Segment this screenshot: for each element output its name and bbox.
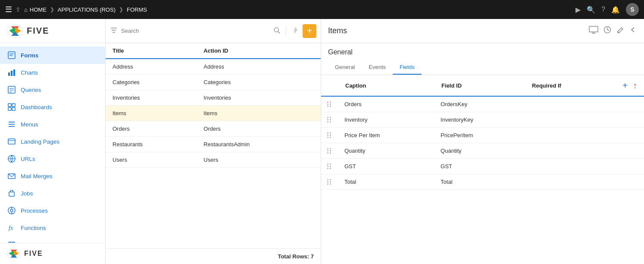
col-field-id: Field ID	[435, 75, 525, 96]
tab-fields[interactable]: Fields	[393, 60, 422, 75]
sidebar-item-libraries[interactable]: Libraries	[0, 236, 105, 243]
svg-line-38	[278, 31, 280, 33]
sidebar-label-jobs: Jobs	[21, 190, 33, 197]
play-icon[interactable]: ▶	[575, 6, 581, 14]
svg-rect-14	[12, 107, 15, 110]
table-row[interactable]: AddressAddress	[106, 59, 321, 75]
svg-line-44	[607, 30, 609, 31]
sidebar-nav: Forms Charts Queries Dashb	[0, 43, 105, 243]
search-magnifier-icon[interactable]	[273, 27, 281, 35]
up-icon[interactable]: ⇧	[16, 6, 21, 13]
breadcrumb-forms[interactable]: FORMS	[127, 6, 147, 13]
sidebar-item-mail-merges[interactable]: Mail Merges	[0, 167, 105, 185]
five-logo-icon	[7, 23, 23, 39]
svg-point-25	[10, 209, 13, 212]
table-row[interactable]: ItemsItems	[106, 106, 321, 121]
chevron-icon-1: ❯	[50, 6, 54, 13]
sidebar-item-forms[interactable]: Forms	[0, 47, 105, 64]
col-title: Title	[106, 43, 197, 59]
sidebar-item-urls[interactable]: URLs	[0, 150, 105, 167]
list-panel: + Title Action ID AddressAddressCategori…	[106, 19, 321, 264]
queries-icon	[7, 85, 16, 94]
home-label: HOME	[30, 6, 47, 13]
sidebar-item-charts[interactable]: Charts	[0, 64, 105, 81]
table-row[interactable]: UsersUsers	[106, 152, 321, 168]
back-icon[interactable]	[629, 26, 637, 36]
table-row[interactable]: Inventory InventoryKey	[321, 112, 644, 128]
table-row[interactable]: Orders OrdersKey	[321, 96, 644, 112]
sidebar-label-mail-merges: Mail Merges	[21, 173, 53, 179]
sidebar-item-functions[interactable]: fx Functions	[0, 219, 105, 236]
sidebar-label-queries: Queries	[21, 87, 41, 93]
arrow-icon: ↑	[633, 81, 637, 91]
detail-header-actions	[589, 26, 637, 36]
svg-text:fx: fx	[9, 225, 13, 231]
sidebar-label-forms: Forms	[21, 52, 38, 59]
help-icon[interactable]: ?	[601, 6, 605, 13]
col-caption: Caption	[338, 75, 435, 96]
sidebar-item-processes[interactable]: Processes	[0, 202, 105, 219]
footer-logo-icon	[7, 247, 21, 261]
svg-rect-6	[13, 69, 15, 76]
add-field-button[interactable]: +	[619, 79, 631, 91]
footer-logo-text: FIVE	[24, 250, 43, 258]
svg-rect-13	[8, 107, 11, 110]
svg-rect-5	[11, 71, 13, 76]
detail-panel: Items	[321, 19, 644, 264]
chevron-icon-2: ❯	[119, 6, 123, 13]
list-table: Title Action ID AddressAddressCategories…	[106, 43, 321, 248]
avatar[interactable]: S	[626, 3, 639, 16]
sidebar-label-dashboards: Dashboards	[21, 104, 52, 110]
bolt-icon[interactable]	[291, 26, 299, 36]
sidebar-item-landing-pages[interactable]: Landing Pages	[0, 133, 105, 150]
table-row[interactable]: OrdersOrders	[106, 121, 321, 137]
home-nav[interactable]: ⌂ HOME	[24, 6, 47, 13]
bell-icon[interactable]: 🔔	[611, 6, 620, 14]
functions-icon: fx	[7, 223, 16, 233]
screen-icon[interactable]	[589, 26, 598, 36]
svg-rect-23	[9, 192, 14, 196]
jobs-icon	[7, 189, 16, 198]
five-logo-text: FIVE	[27, 26, 49, 36]
menu-icon[interactable]: ☰	[5, 5, 12, 14]
tab-general[interactable]: General	[328, 60, 362, 75]
search-wrap	[121, 28, 270, 34]
sidebar-label-processes: Processes	[21, 207, 48, 214]
col-add: + ↑	[612, 75, 644, 96]
sidebar-item-menus[interactable]: Menus	[0, 116, 105, 133]
add-button[interactable]: +	[303, 24, 316, 38]
table-row[interactable]: GST GST	[321, 159, 644, 174]
detail-section-header: General General Events Fields	[321, 43, 644, 75]
search-input[interactable]	[121, 28, 270, 34]
sidebar-footer: FIVE	[0, 243, 105, 264]
search-icon[interactable]: 🔍	[587, 6, 595, 14]
sidebar-item-jobs[interactable]: Jobs	[0, 185, 105, 202]
sidebar-label-functions: Functions	[21, 225, 46, 231]
filter-icon[interactable]	[110, 26, 118, 36]
fields-container: Caption Field ID Required If + ↑	[321, 75, 644, 264]
svg-rect-39	[589, 26, 598, 32]
sidebar: FIVE Forms Charts	[0, 19, 106, 264]
col-required-if: Required If	[525, 75, 612, 96]
toolbar-divider	[286, 26, 286, 36]
forms-icon	[7, 50, 16, 60]
tab-events[interactable]: Events	[362, 60, 393, 75]
table-row[interactable]: CategoriesCategories	[106, 75, 321, 90]
table-row[interactable]: Quantity Quantity	[321, 143, 644, 159]
sidebar-logo: FIVE	[0, 19, 105, 43]
breadcrumb-applications[interactable]: APPLICATIONS (ROS)	[58, 6, 116, 13]
sidebar-label-urls: URLs	[21, 156, 35, 162]
sidebar-item-queries[interactable]: Queries	[0, 81, 105, 98]
menus-icon	[7, 119, 16, 129]
top-nav: ☰ ⇧ ⌂ HOME ❯ APPLICATIONS (ROS) ❯ FORMS …	[0, 0, 644, 19]
urls-icon	[7, 154, 16, 163]
table-row[interactable]: Total Total	[321, 174, 644, 190]
table-row[interactable]: InventoriesInventories	[106, 90, 321, 106]
sidebar-item-dashboards[interactable]: Dashboards	[0, 98, 105, 116]
clock-icon[interactable]	[603, 26, 611, 36]
edit-icon[interactable]	[616, 26, 624, 36]
svg-point-37	[274, 28, 278, 32]
table-row[interactable]: Price Per Item PricePerItem	[321, 128, 644, 143]
table-row[interactable]: RestaurantsRestaurantsAdmin	[106, 137, 321, 152]
charts-icon	[7, 68, 16, 77]
